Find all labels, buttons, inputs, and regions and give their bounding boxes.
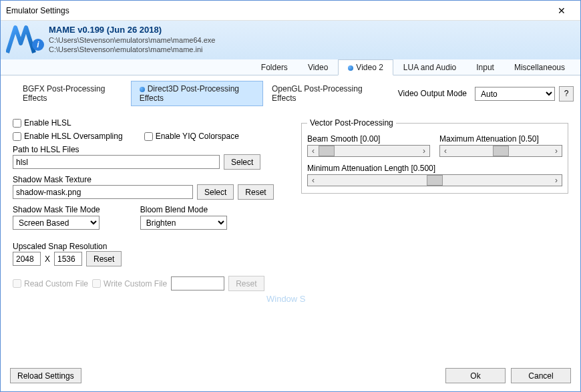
chevron-right-icon[interactable]: › [551,146,562,156]
vector-legend: Vector Post-Processing [307,118,396,128]
exe-path: C:\Users\Stevenson\emulators\mame\mame64… [49,36,575,45]
subtab-d3d[interactable]: Direct3D Post-Processing Effects [131,81,263,106]
snap-x-label: X [45,254,50,264]
subtab-row: BGFX Post-Processing Effects Direct3D Po… [1,75,580,110]
tab-input[interactable]: Input [466,59,504,75]
read-custom-file-checkbox: Read Custom File [13,279,88,288]
max-atten-slider[interactable]: ‹ › [439,145,562,157]
cancel-button[interactable]: Cancel [511,368,571,383]
custom-reset-button: Reset [228,276,264,291]
bottom-bar: Reload Settings Ok Cancel [10,368,571,383]
chevron-right-icon[interactable]: › [551,176,562,185]
close-icon[interactable]: ✕ [548,1,575,20]
settings-window: Emulator Settings ✕ i MAME v0.199 (Jun 2… [0,0,581,392]
subtab-bgfx[interactable]: BGFX Post-Processing Effects [14,81,131,106]
tile-mode-select[interactable]: Screen Based [13,216,100,230]
content-area: Window S Enable HLSL Enable HLSL Oversam… [1,110,580,391]
snap-reset-button[interactable]: Reset [86,251,122,266]
subtab-bar: BGFX Post-Processing Effects Direct3D Po… [14,81,387,106]
hlsl-path-select-button[interactable]: Select [224,154,260,170]
help-button[interactable]: ? [559,86,574,102]
video-output-mode-label: Video Output Mode [398,89,467,98]
min-atten-len-label: Minimum Attenuation Length [0.500] [307,164,562,173]
enable-hlsl-checkbox[interactable]: Enable HLSL [13,118,71,128]
enable-oversampling-checkbox[interactable]: Enable HLSL Oversampling [13,132,123,141]
shadow-mask-select-button[interactable]: Select [197,184,234,200]
chevron-left-icon[interactable]: ‹ [308,176,319,185]
bloom-mode-label: Bloom Blend Mode [140,205,227,214]
chevron-right-icon[interactable]: › [419,146,429,156]
tab-video2[interactable]: Video 2 [338,59,393,75]
beam-smooth-label: Beam Smooth [0.00] [307,134,430,144]
hlsl-path-input[interactable] [13,155,220,169]
bloom-mode-select[interactable]: Brighten [140,216,227,230]
snap-width-input[interactable] [13,252,41,266]
mame-logo-icon: i [6,23,46,55]
ok-button[interactable]: Ok [445,368,506,383]
hlsl-path-label: Path to HLSL Files [13,145,280,154]
video-output-mode-select[interactable]: Auto [475,87,555,101]
tab-folders[interactable]: Folders [251,59,298,75]
tab-lua-audio[interactable]: LUA and Audio [393,59,466,75]
app-title: MAME v0.199 (Jun 26 2018) [49,25,575,35]
snap-height-input[interactable] [54,252,82,266]
vector-post-processing-group: Vector Post-Processing Beam Smooth [0.00… [301,118,568,194]
shadow-mask-input[interactable] [13,185,193,199]
enable-yiq-checkbox[interactable]: Enable YIQ Colorspace [144,132,239,141]
window-title: Emulator Settings [6,6,548,15]
main-tab-bar: Folders Video Video 2 LUA and Audio Inpu… [1,59,580,75]
subtab-opengl[interactable]: OpenGL Post-Processing Effects [263,81,387,106]
reload-settings-button[interactable]: Reload Settings [10,368,81,383]
titlebar: Emulator Settings ✕ [1,1,580,21]
tile-mode-label: Shadow Mask Tile Mode [13,205,100,214]
chevron-left-icon[interactable]: ‹ [308,146,319,156]
chevron-left-icon[interactable]: ‹ [440,146,451,156]
shadow-mask-reset-button[interactable]: Reset [238,184,273,200]
min-atten-len-slider[interactable]: ‹ › [307,174,562,186]
tab-miscellaneous[interactable]: Miscellaneous [504,59,575,75]
ini-path: C:\Users\Stevenson\emulators\mame\mame.i… [49,45,575,55]
beam-smooth-slider[interactable]: ‹ › [307,145,430,157]
left-column: Enable HLSL Enable HLSL Oversampling Ena… [13,118,280,295]
write-custom-file-checkbox: Write Custom File [92,279,167,288]
snap-res-label: Upscaled Snap Resolution [13,242,280,251]
bullet-icon [140,87,145,92]
shadow-mask-label: Shadow Mask Texture [13,175,280,184]
bullet-icon [348,65,353,71]
custom-file-input [171,276,224,290]
right-column: Vector Post-Processing Beam Smooth [0.00… [301,118,568,194]
header: i MAME v0.199 (Jun 26 2018) C:\Users\Ste… [1,21,580,59]
tab-video[interactable]: Video [298,59,338,75]
max-atten-label: Maximum Attenuation [0.50] [439,134,562,144]
watermark: Window S [266,294,306,304]
header-info: MAME v0.199 (Jun 26 2018) C:\Users\Steve… [49,23,575,55]
